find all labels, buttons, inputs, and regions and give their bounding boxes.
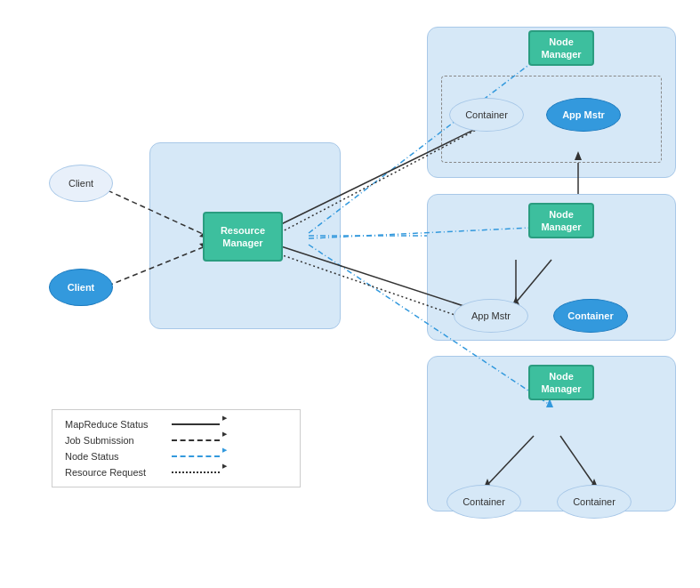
container2-oval: Container — [553, 299, 628, 333]
svg-line-8 — [276, 120, 494, 227]
svg-marker-21 — [575, 151, 582, 160]
svg-line-10 — [100, 187, 203, 234]
legend-resource-label: Resource Request — [65, 467, 172, 478]
client2-oval: Client — [49, 269, 113, 306]
svg-line-2 — [309, 227, 550, 238]
svg-line-0 — [309, 49, 550, 233]
svg-line-25 — [560, 436, 594, 485]
container3-oval: Container — [447, 485, 521, 519]
resource-manager-label: Resource Manager — [221, 224, 265, 250]
legend-mapreduce-line — [172, 419, 225, 430]
legend-row-node: Node Status — [65, 451, 287, 462]
node-manager-3-label: Node Manager — [541, 370, 581, 396]
legend: MapReduce Status Job Submission Node Sta… — [52, 409, 301, 487]
legend-node-label: Node Status — [65, 451, 172, 462]
app-mstr-1-label: App Mstr — [562, 109, 605, 120]
client2-label: Client — [68, 282, 95, 293]
svg-line-12 — [100, 247, 203, 289]
legend-row-mapreduce: MapReduce Status — [65, 419, 287, 430]
container2-label: Container — [567, 310, 613, 321]
app-mstr-1-oval: App Mstr — [546, 98, 621, 132]
node-manager-1-box: Node Manager — [528, 30, 594, 66]
node-manager-1-label: Node Manager — [541, 36, 581, 61]
node-manager-2-label: Node Manager — [541, 208, 581, 234]
legend-job-label: Job Submission — [65, 435, 172, 446]
legend-node-line — [172, 451, 225, 462]
container1-label: Container — [465, 109, 508, 120]
legend-mapreduce-label: MapReduce Status — [65, 419, 172, 430]
container1-oval: Container — [449, 98, 524, 132]
legend-row-job: Job Submission — [65, 435, 287, 446]
legend-row-resource: Resource Request — [65, 467, 287, 478]
node-manager-2-box: Node Manager — [528, 203, 594, 238]
svg-line-18 — [516, 260, 551, 302]
container4-label: Container — [573, 496, 616, 507]
app-mstr-2-oval: App Mstr — [454, 299, 528, 333]
client1-label: Client — [68, 178, 93, 189]
svg-line-23 — [487, 436, 534, 485]
container3-label: Container — [463, 496, 505, 507]
node-manager-3-box: Node Manager — [528, 365, 594, 400]
svg-line-14 — [278, 254, 483, 325]
svg-line-16 — [278, 126, 483, 234]
container4-oval: Container — [557, 485, 632, 519]
app-mstr-2-label: App Mstr — [471, 310, 511, 321]
diagram-container: Client Client Resource Manager Node Mana… — [0, 0, 700, 588]
client1-oval: Client — [49, 165, 113, 202]
legend-job-line — [172, 435, 225, 446]
resource-manager-box: Resource Manager — [203, 212, 283, 262]
legend-resource-line — [172, 467, 225, 478]
